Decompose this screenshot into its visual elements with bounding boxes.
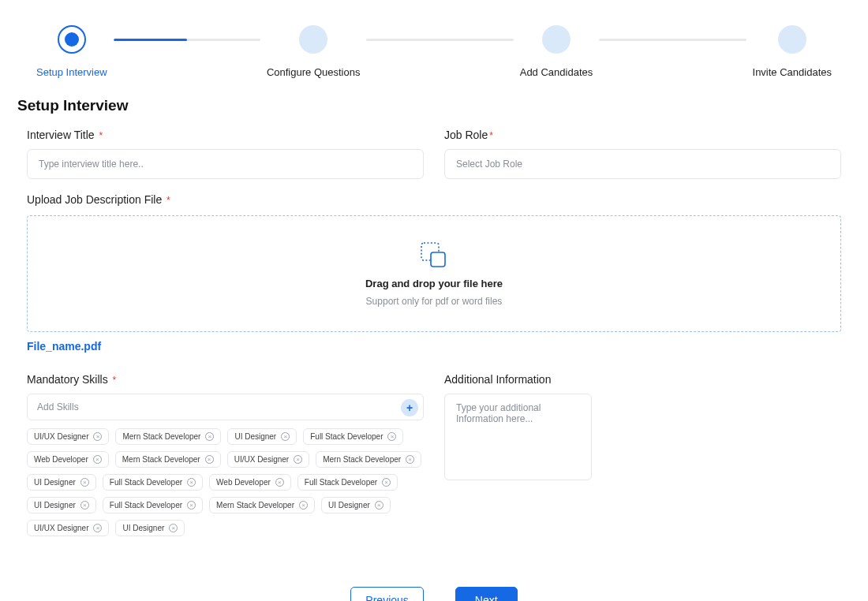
step-connector-1 [114,39,260,41]
skill-chip[interactable]: Web Developer× [27,451,109,468]
step-add-candidates[interactable]: Add Candidates [520,25,593,78]
skill-chip[interactable]: Mern Stack Developer× [115,428,221,445]
svg-rect-1 [431,252,445,267]
add-skill-button[interactable]: + [401,399,418,416]
remove-chip-icon[interactable]: × [375,501,383,510]
interview-title-label: Interview Title * [27,129,424,141]
skill-chip-label: UI/UX Designer [34,432,88,441]
additional-info-textarea[interactable] [444,394,592,480]
step-label: Add Candidates [520,66,593,78]
skill-chip[interactable]: Web Developer× [209,474,291,491]
skill-chip-label: Full Stack Developer [310,432,383,441]
skill-chip-label: Web Developer [216,478,271,487]
step-circle-active [58,25,86,54]
skill-chip[interactable]: UI/UX Designer× [27,520,109,536]
skill-chip[interactable]: Full Stack Developer× [103,497,203,513]
step-label: Invite Candidates [753,66,832,78]
remove-chip-icon[interactable]: × [93,524,102,532]
skill-chip-label: Mern Stack Developer [323,455,401,464]
job-role-label: Job Role* [444,129,841,141]
select-placeholder: Select Job Role [456,159,522,170]
skill-chips: UI/UX Designer×Mern Stack Developer×UI D… [27,428,424,536]
step-circle-pending [299,25,327,54]
skill-chip-label: UI Designer [34,478,76,487]
remove-chip-icon[interactable]: × [406,455,414,464]
step-connector-3 [599,39,746,41]
skills-input-wrap: + [27,394,424,420]
mandatory-skills-label: Mandatory Skills * [27,373,424,386]
skill-chip[interactable]: UI Designer× [27,497,96,513]
skill-chip[interactable]: UI Designer× [227,428,297,445]
required-asterisk: * [166,195,170,206]
remove-chip-icon[interactable]: × [281,432,290,441]
remove-chip-icon[interactable]: × [93,432,102,441]
remove-chip-icon[interactable]: × [382,478,391,487]
step-invite-candidates[interactable]: Invite Candidates [753,25,832,78]
skill-chip-label: Mern Stack Developer [122,432,200,441]
skill-chip-label: Full Stack Developer [110,478,182,487]
step-configure-questions[interactable]: Configure Questions [267,25,361,78]
page-title: Setup Interview [17,97,841,114]
remove-chip-icon[interactable]: × [387,432,396,441]
skill-chip-label: Mern Stack Developer [216,501,294,510]
skill-chip[interactable]: UI Designer× [115,520,185,536]
remove-chip-icon[interactable]: × [299,501,308,510]
skill-chip-label: Full Stack Developer [305,478,377,487]
required-asterisk: * [99,130,103,141]
remove-chip-icon[interactable]: × [80,478,89,487]
skill-chip[interactable]: Mern Stack Developer× [209,497,315,513]
step-circle-pending [778,25,806,54]
dropzone-title: Drag and drop your file here [365,278,503,289]
skill-chip[interactable]: UI/UX Designer× [227,451,309,468]
skill-chip[interactable]: UI Designer× [321,497,391,513]
skill-chip-label: UI/UX Designer [234,455,289,464]
required-asterisk: * [113,375,117,386]
remove-chip-icon[interactable]: × [205,455,214,464]
skill-chip[interactable]: UI/UX Designer× [27,428,109,445]
remove-chip-icon[interactable]: × [187,478,196,487]
remove-chip-icon[interactable]: × [205,432,214,441]
step-circle-pending [542,25,571,54]
skill-chip[interactable]: Full Stack Developer× [303,428,403,445]
step-connector-fill [114,39,187,41]
next-button[interactable]: Next [455,587,518,601]
label-text: Upload Job Description File [27,193,162,206]
step-setup-interview[interactable]: Setup Interview [36,25,107,78]
label-text: Job Role [444,129,488,141]
step-connector-2 [366,39,513,41]
skill-chip[interactable]: Mern Stack Developer× [115,451,221,468]
upload-dropzone[interactable]: Drag and drop your file here Support onl… [27,215,841,332]
interview-title-input[interactable] [27,149,424,179]
skill-chip[interactable]: Full Stack Developer× [103,474,203,491]
stepper: Setup Interview Configure Questions Add … [27,25,841,78]
remove-chip-icon[interactable]: × [275,478,284,487]
footer-buttons: Previous Next [27,587,841,601]
required-asterisk: * [489,130,493,141]
uploaded-file-link[interactable]: File_name.pdf [27,340,841,353]
step-dot [65,32,79,47]
skill-chip[interactable]: Mern Stack Developer× [316,451,421,468]
additional-info-label: Additional Information [444,373,841,386]
skill-chip[interactable]: UI Designer× [27,474,96,491]
remove-chip-icon[interactable]: × [294,455,302,464]
skill-chip-label: Web Developer [34,455,88,464]
dropzone-subtitle: Support only for pdf or word files [366,296,503,307]
remove-chip-icon[interactable]: × [187,501,196,510]
remove-chip-icon[interactable]: × [169,524,178,532]
previous-button[interactable]: Previous [350,587,423,601]
label-text: Interview Title [27,129,95,141]
skill-chip-label: UI Designer [328,501,370,510]
skill-chip-label: UI Designer [122,524,164,532]
step-label: Setup Interview [36,66,107,78]
skill-chip-label: UI/UX Designer [34,524,88,532]
skill-chip-label: Full Stack Developer [110,501,182,510]
skill-chip-label: Mern Stack Developer [122,455,200,464]
upload-jd-label: Upload Job Description File * [27,193,841,206]
job-role-select[interactable]: Select Job Role [444,149,841,179]
skill-chip[interactable]: Full Stack Developer× [297,474,398,491]
skills-input[interactable] [37,401,413,412]
remove-chip-icon[interactable]: × [93,455,102,464]
step-label: Configure Questions [267,66,361,78]
skill-chip-label: UI Designer [234,432,276,441]
remove-chip-icon[interactable]: × [80,501,89,510]
